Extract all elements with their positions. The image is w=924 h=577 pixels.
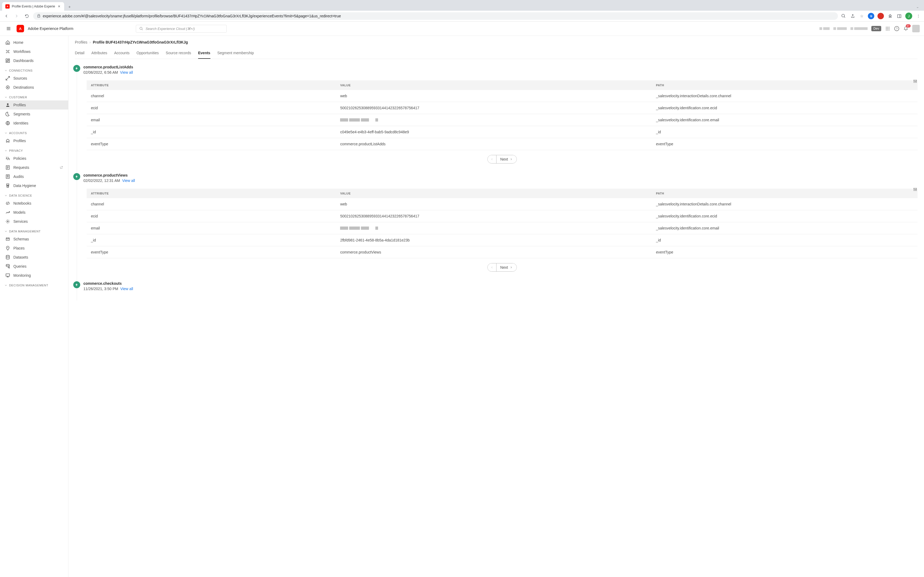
- tab-detail[interactable]: Detail: [75, 48, 84, 59]
- url-field[interactable]: experience.adobe.com/#/@salesvelocity/sn…: [33, 12, 838, 20]
- side-panel-icon[interactable]: [896, 13, 902, 19]
- sidebar-item-home[interactable]: Home: [0, 38, 68, 47]
- chevron-down-icon: [4, 69, 8, 72]
- breadcrumb: Profiles › Profile BUF41437rHpZYv1WnaG3t…: [75, 40, 918, 44]
- sidebar-item-label: Queries: [13, 264, 26, 269]
- svg-rect-15: [8, 59, 10, 60]
- next-label: Next: [500, 157, 508, 161]
- svg-point-4: [887, 27, 888, 27]
- sidebar-section-title: CUSTOMER: [9, 96, 27, 99]
- user-avatar[interactable]: [912, 25, 920, 32]
- svg-point-6: [886, 28, 887, 29]
- svg-point-8: [889, 28, 890, 29]
- svg-point-18: [7, 87, 8, 88]
- search-placeholder: Search Experience Cloud (⌘+/): [145, 27, 195, 31]
- sidebar-item-identities[interactable]: Identities: [0, 119, 68, 128]
- reload-button[interactable]: [23, 12, 31, 20]
- sidebar-item-requests[interactable]: Requests: [0, 163, 68, 172]
- column-settings-icon[interactable]: [913, 187, 918, 192]
- cell-attribute: channel: [87, 198, 336, 210]
- sidebar-section-privacy[interactable]: PRIVACY: [0, 145, 68, 154]
- cell-value: 2fbfd981-2461-4e58-8b5a-4da1d181e23b: [340, 238, 410, 242]
- nav-toggle-button[interactable]: [4, 24, 13, 33]
- help-icon[interactable]: ?: [894, 26, 900, 31]
- svg-point-24: [7, 221, 8, 222]
- close-tab-icon[interactable]: ✕: [57, 5, 61, 8]
- requests-icon: [5, 165, 10, 170]
- sidebar-item-profiles[interactable]: Profiles: [0, 136, 68, 145]
- sidebar-item-queries[interactable]: Queries: [0, 262, 68, 271]
- next-button[interactable]: Next: [496, 263, 517, 271]
- tab-attributes[interactable]: Attributes: [91, 48, 107, 59]
- tab-title: Profile Events | Adobe Experie: [12, 5, 55, 8]
- sidebar-section-data-science[interactable]: DATA SCIENCE: [0, 190, 68, 199]
- extension-icon[interactable]: [877, 13, 884, 19]
- profile-avatar[interactable]: J: [905, 13, 912, 19]
- sidebar-item-segments[interactable]: Segments: [0, 110, 68, 119]
- tab-opportunities[interactable]: Opportunities: [137, 48, 159, 59]
- next-button[interactable]: Next: [496, 155, 517, 163]
- sidebar-item-label: Requests: [13, 165, 29, 169]
- sidebar-item-models[interactable]: Models: [0, 208, 68, 217]
- view-all-link[interactable]: View all: [122, 179, 135, 183]
- sidebar-item-destinations[interactable]: Destinations: [0, 83, 68, 92]
- sidebar-item-sources[interactable]: Sources: [0, 74, 68, 83]
- apps-icon[interactable]: [885, 26, 890, 31]
- view-all-link[interactable]: View all: [120, 70, 133, 74]
- table-row: email _salesvelocity.identification.core…: [87, 222, 918, 234]
- tab-segment-membership[interactable]: Segment membership: [217, 48, 254, 59]
- sidebar-item-label: Data Hygiene: [13, 184, 36, 188]
- tab-source-records[interactable]: Source records: [166, 48, 191, 59]
- forward-button[interactable]: [13, 12, 20, 20]
- sidebar-item-label: Destinations: [13, 85, 34, 89]
- tab-accounts[interactable]: Accounts: [114, 48, 130, 59]
- column-settings-icon[interactable]: [913, 79, 918, 84]
- sidebar-item-places[interactable]: Places: [0, 243, 68, 253]
- zoom-icon[interactable]: [841, 13, 846, 19]
- sidebar-section-connections[interactable]: CONNECTIONS: [0, 65, 68, 74]
- sidebar-section-customer[interactable]: CUSTOMER: [0, 92, 68, 100]
- svg-point-11: [889, 30, 890, 31]
- sidebar-item-services[interactable]: Services: [0, 217, 68, 226]
- prev-button[interactable]: [488, 263, 496, 271]
- new-tab-button[interactable]: ＋: [66, 3, 73, 11]
- sidebar-item-schemas[interactable]: Schemas: [0, 235, 68, 243]
- cell-path: _salesvelocity.identification.core.email: [651, 222, 918, 234]
- event-title: commerce.productViews: [83, 173, 918, 177]
- table-row: _id 2fbfd981-2461-4e58-8b5a-4da1d181e23b…: [87, 234, 918, 246]
- notifications-icon[interactable]: 9+: [903, 26, 908, 31]
- back-button[interactable]: [3, 12, 10, 20]
- sidebar-item-policies[interactable]: Policies: [0, 154, 68, 163]
- sidebar-item-data-hygiene[interactable]: Data Hygiene: [0, 181, 68, 190]
- tab-events[interactable]: Events: [198, 48, 210, 59]
- sidebar-item-notebooks[interactable]: Notebooks: [0, 199, 68, 208]
- sidebar-section-data-management[interactable]: DATA MANAGEMENT: [0, 226, 68, 235]
- sidebar-section-accounts[interactable]: ACCOUNTS: [0, 128, 68, 136]
- cell-attribute: channel: [87, 90, 336, 102]
- services-icon: [5, 219, 10, 224]
- view-all-link[interactable]: View all: [120, 287, 133, 291]
- extension-icon[interactable]: ①: [868, 13, 874, 19]
- prev-button[interactable]: [488, 155, 496, 163]
- tab-overflow-icon[interactable]: [913, 4, 922, 11]
- sidebar-item-monitoring[interactable]: Monitoring: [0, 271, 68, 280]
- svg-point-27: [6, 264, 10, 266]
- sidebar-item-label: Segments: [13, 112, 30, 116]
- extensions-icon[interactable]: [887, 13, 893, 19]
- browser-tab[interactable]: Profile Events | Adobe Experie ✕: [2, 2, 64, 11]
- sidebar-item-datasets[interactable]: Datasets: [0, 253, 68, 262]
- bookmark-icon[interactable]: ☆: [859, 13, 865, 19]
- search-input[interactable]: Search Experience Cloud (⌘+/): [136, 25, 227, 32]
- sidebar-item-audits[interactable]: Audits: [0, 172, 68, 181]
- share-icon[interactable]: [850, 13, 856, 19]
- cell-attribute: ecid: [87, 102, 336, 114]
- svg-point-26: [6, 255, 10, 257]
- event-card: commerce.productViews 02/02/2022, 12:31 …: [75, 173, 918, 272]
- sidebar-item-workflows[interactable]: Workflows: [0, 47, 68, 56]
- sidebar-item-dashboards[interactable]: Dashboards: [0, 56, 68, 65]
- timeline-rail: [77, 288, 77, 301]
- breadcrumb-parent[interactable]: Profiles: [75, 40, 87, 44]
- sidebar-item-profiles[interactable]: Profiles: [0, 100, 68, 110]
- sidebar-section-decision-management[interactable]: DECISION MANAGEMENT: [0, 280, 68, 288]
- menu-icon[interactable]: ⋮: [916, 13, 921, 19]
